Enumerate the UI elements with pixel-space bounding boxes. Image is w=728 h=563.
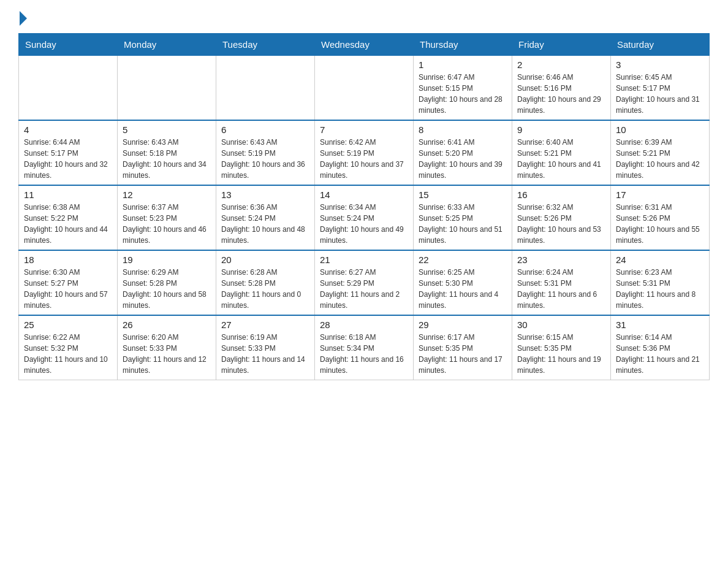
calendar-cell (118, 55, 216, 120)
day-number: 4 (24, 124, 112, 135)
calendar-cell: 7Sunrise: 6:42 AMSunset: 5:19 PMDaylight… (315, 120, 414, 185)
calendar-cell: 25Sunrise: 6:22 AMSunset: 5:32 PMDayligh… (19, 315, 118, 380)
day-info: Sunrise: 6:17 AMSunset: 5:35 PMDaylight:… (419, 332, 507, 376)
calendar-cell (19, 55, 118, 120)
day-number: 31 (616, 320, 704, 330)
calendar-cell: 13Sunrise: 6:36 AMSunset: 5:24 PMDayligh… (216, 185, 315, 250)
day-number: 1 (419, 59, 507, 70)
weekday-header-thursday: Thursday (414, 34, 512, 55)
calendar-cell: 11Sunrise: 6:38 AMSunset: 5:22 PMDayligh… (19, 185, 118, 250)
calendar-cell: 28Sunrise: 6:18 AMSunset: 5:34 PMDayligh… (315, 315, 414, 380)
day-number: 24 (616, 255, 704, 265)
day-info: Sunrise: 6:23 AMSunset: 5:31 PMDaylight:… (616, 267, 704, 311)
weekday-header-saturday: Saturday (611, 34, 710, 55)
calendar-week-row: 11Sunrise: 6:38 AMSunset: 5:22 PMDayligh… (19, 185, 710, 250)
calendar-header-row: SundayMondayTuesdayWednesdayThursdayFrid… (19, 34, 710, 55)
calendar-cell: 22Sunrise: 6:25 AMSunset: 5:30 PMDayligh… (414, 250, 512, 315)
day-info: Sunrise: 6:31 AMSunset: 5:26 PMDaylight:… (616, 202, 704, 246)
calendar-cell: 4Sunrise: 6:44 AMSunset: 5:17 PMDaylight… (19, 120, 118, 185)
day-number: 27 (221, 320, 309, 330)
day-number: 18 (24, 255, 112, 265)
day-number: 3 (616, 59, 704, 70)
day-number: 5 (123, 124, 211, 135)
day-info: Sunrise: 6:14 AMSunset: 5:36 PMDaylight:… (616, 332, 704, 376)
day-info: Sunrise: 6:43 AMSunset: 5:19 PMDaylight:… (221, 137, 309, 181)
calendar-cell: 3Sunrise: 6:45 AMSunset: 5:17 PMDaylight… (611, 55, 710, 120)
calendar-week-row: 25Sunrise: 6:22 AMSunset: 5:32 PMDayligh… (19, 315, 710, 380)
day-info: Sunrise: 6:15 AMSunset: 5:35 PMDaylight:… (517, 332, 605, 376)
day-info: Sunrise: 6:43 AMSunset: 5:18 PMDaylight:… (123, 137, 211, 181)
calendar-cell: 31Sunrise: 6:14 AMSunset: 5:36 PMDayligh… (611, 315, 710, 380)
calendar-cell: 17Sunrise: 6:31 AMSunset: 5:26 PMDayligh… (611, 185, 710, 250)
day-info: Sunrise: 6:47 AMSunset: 5:15 PMDaylight:… (419, 72, 507, 116)
calendar-cell: 16Sunrise: 6:32 AMSunset: 5:26 PMDayligh… (512, 185, 611, 250)
day-info: Sunrise: 6:45 AMSunset: 5:17 PMDaylight:… (616, 72, 704, 116)
calendar-cell: 23Sunrise: 6:24 AMSunset: 5:31 PMDayligh… (512, 250, 611, 315)
day-info: Sunrise: 6:19 AMSunset: 5:33 PMDaylight:… (221, 332, 309, 376)
day-info: Sunrise: 6:40 AMSunset: 5:21 PMDaylight:… (517, 137, 605, 181)
day-info: Sunrise: 6:18 AMSunset: 5:34 PMDaylight:… (320, 332, 408, 376)
day-number: 22 (419, 255, 507, 265)
day-info: Sunrise: 6:37 AMSunset: 5:23 PMDaylight:… (123, 202, 211, 246)
day-number: 16 (517, 190, 605, 200)
calendar-cell: 26Sunrise: 6:20 AMSunset: 5:33 PMDayligh… (118, 315, 216, 380)
day-number: 8 (419, 124, 507, 135)
day-number: 17 (616, 190, 704, 200)
day-info: Sunrise: 6:36 AMSunset: 5:24 PMDaylight:… (221, 202, 309, 246)
day-info: Sunrise: 6:20 AMSunset: 5:33 PMDaylight:… (123, 332, 211, 376)
calendar-cell: 10Sunrise: 6:39 AMSunset: 5:21 PMDayligh… (611, 120, 710, 185)
day-number: 6 (221, 124, 309, 135)
calendar-week-row: 4Sunrise: 6:44 AMSunset: 5:17 PMDaylight… (19, 120, 710, 185)
calendar-cell: 6Sunrise: 6:43 AMSunset: 5:19 PMDaylight… (216, 120, 315, 185)
day-info: Sunrise: 6:24 AMSunset: 5:31 PMDaylight:… (517, 267, 605, 311)
day-number: 14 (320, 190, 408, 200)
calendar-cell: 15Sunrise: 6:33 AMSunset: 5:25 PMDayligh… (414, 185, 512, 250)
calendar-week-row: 18Sunrise: 6:30 AMSunset: 5:27 PMDayligh… (19, 250, 710, 315)
day-number: 9 (517, 124, 605, 135)
day-number: 13 (221, 190, 309, 200)
day-number: 25 (24, 320, 112, 330)
day-info: Sunrise: 6:39 AMSunset: 5:21 PMDaylight:… (616, 137, 704, 181)
calendar-cell: 14Sunrise: 6:34 AMSunset: 5:24 PMDayligh… (315, 185, 414, 250)
day-number: 15 (419, 190, 507, 200)
day-number: 30 (517, 320, 605, 330)
calendar-cell: 29Sunrise: 6:17 AMSunset: 5:35 PMDayligh… (414, 315, 512, 380)
day-info: Sunrise: 6:41 AMSunset: 5:20 PMDaylight:… (419, 137, 507, 181)
day-number: 2 (517, 59, 605, 70)
day-number: 7 (320, 124, 408, 135)
day-info: Sunrise: 6:32 AMSunset: 5:26 PMDaylight:… (517, 202, 605, 246)
calendar-cell (315, 55, 414, 120)
day-number: 23 (517, 255, 605, 265)
day-info: Sunrise: 6:42 AMSunset: 5:19 PMDaylight:… (320, 137, 408, 181)
day-info: Sunrise: 6:44 AMSunset: 5:17 PMDaylight:… (24, 137, 112, 181)
calendar-cell: 21Sunrise: 6:27 AMSunset: 5:29 PMDayligh… (315, 250, 414, 315)
weekday-header-wednesday: Wednesday (315, 34, 414, 55)
day-info: Sunrise: 6:27 AMSunset: 5:29 PMDaylight:… (320, 267, 408, 311)
calendar-table: SundayMondayTuesdayWednesdayThursdayFrid… (18, 33, 710, 380)
calendar-cell: 9Sunrise: 6:40 AMSunset: 5:21 PMDaylight… (512, 120, 611, 185)
day-number: 28 (320, 320, 408, 330)
calendar-cell: 8Sunrise: 6:41 AMSunset: 5:20 PMDaylight… (414, 120, 512, 185)
calendar-cell: 24Sunrise: 6:23 AMSunset: 5:31 PMDayligh… (611, 250, 710, 315)
day-info: Sunrise: 6:46 AMSunset: 5:16 PMDaylight:… (517, 72, 605, 116)
logo-triangle-icon (20, 11, 27, 26)
calendar-week-row: 1Sunrise: 6:47 AMSunset: 5:15 PMDaylight… (19, 55, 710, 120)
day-number: 29 (419, 320, 507, 330)
day-info: Sunrise: 6:38 AMSunset: 5:22 PMDaylight:… (24, 202, 112, 246)
day-info: Sunrise: 6:29 AMSunset: 5:28 PMDaylight:… (123, 267, 211, 311)
calendar-cell: 5Sunrise: 6:43 AMSunset: 5:18 PMDaylight… (118, 120, 216, 185)
calendar-cell: 12Sunrise: 6:37 AMSunset: 5:23 PMDayligh… (118, 185, 216, 250)
calendar-cell: 1Sunrise: 6:47 AMSunset: 5:15 PMDaylight… (414, 55, 512, 120)
day-number: 11 (24, 190, 112, 200)
day-info: Sunrise: 6:22 AMSunset: 5:32 PMDaylight:… (24, 332, 112, 376)
day-info: Sunrise: 6:28 AMSunset: 5:28 PMDaylight:… (221, 267, 309, 311)
calendar-cell (216, 55, 315, 120)
day-number: 10 (616, 124, 704, 135)
calendar-cell: 2Sunrise: 6:46 AMSunset: 5:16 PMDaylight… (512, 55, 611, 120)
calendar-cell: 27Sunrise: 6:19 AMSunset: 5:33 PMDayligh… (216, 315, 315, 380)
day-info: Sunrise: 6:34 AMSunset: 5:24 PMDaylight:… (320, 202, 408, 246)
day-number: 19 (123, 255, 211, 265)
weekday-header-monday: Monday (118, 34, 216, 55)
logo (18, 12, 27, 27)
day-number: 12 (123, 190, 211, 200)
